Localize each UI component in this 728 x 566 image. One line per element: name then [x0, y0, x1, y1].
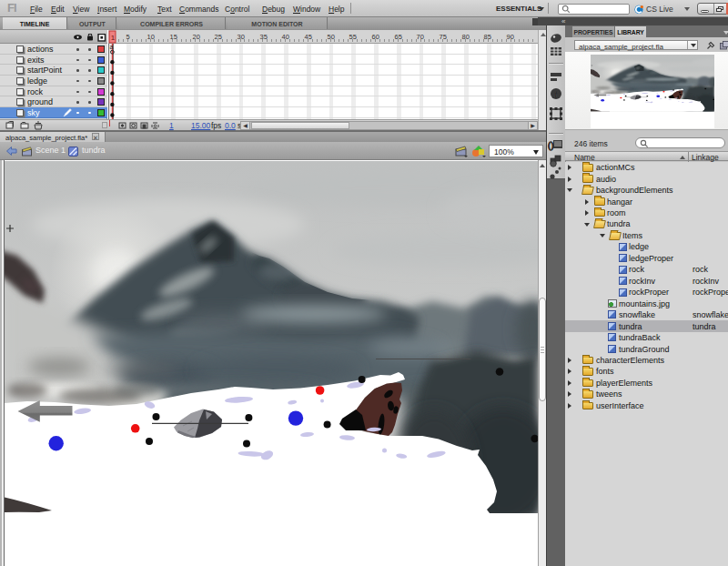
svg-text:a: a	[110, 44, 114, 50]
svg-text:): )	[551, 141, 554, 150]
svg-text:1: 1	[111, 34, 116, 42]
